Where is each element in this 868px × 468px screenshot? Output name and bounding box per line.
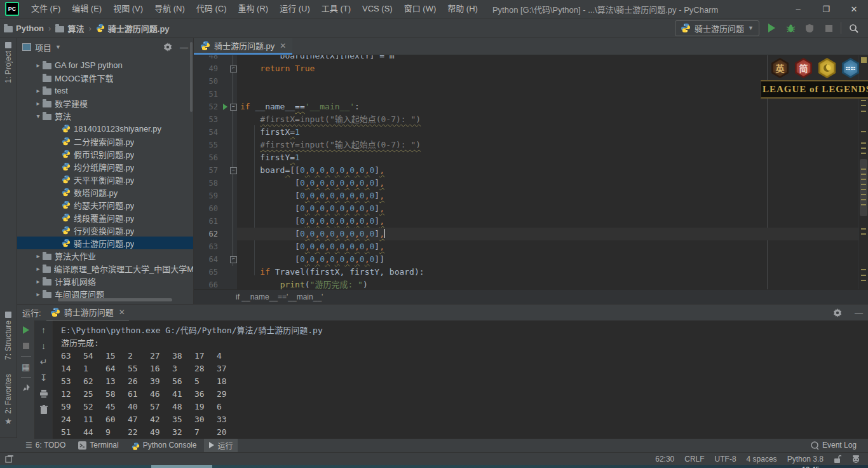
lock-icon[interactable] — [834, 455, 841, 464]
warning-stripe-mark[interactable] — [861, 179, 866, 180]
todo-tool-button[interactable]: ☰ 6: TODO — [20, 439, 71, 451]
fold-marker-icon[interactable]: ⌐ — [230, 256, 237, 263]
tree-item[interactable]: 1814010123shiyaner.py — [17, 122, 193, 135]
menu-视图[interactable]: 视图 (V) — [107, 0, 149, 18]
fold-marker-icon[interactable]: ⌐ — [230, 65, 237, 72]
gear-icon[interactable] — [163, 43, 172, 52]
tree-item[interactable]: 数塔问题.py — [17, 186, 193, 198]
run-button[interactable] — [764, 21, 778, 35]
tree-item[interactable]: 均分纸牌问题.py — [17, 160, 193, 173]
breadcrumb-item[interactable]: Python — [16, 24, 44, 33]
menu-导航[interactable]: 导航 (N) — [149, 0, 191, 18]
code-line-51[interactable]: 51 — [194, 88, 859, 100]
restore-layout-button[interactable]: ▦ — [20, 361, 32, 373]
up-stacktrace-button[interactable]: ↑ — [38, 324, 50, 336]
code-line-59[interactable]: 59 [0,0,0,0,0,0,0,0], — [194, 189, 859, 202]
tree-item[interactable]: 行列变换问题.py — [17, 224, 193, 237]
code-line-53[interactable]: 53 #firstX=input("输入起始点(0-7): ") — [194, 113, 859, 126]
expand-arrow-icon[interactable]: ▸ — [34, 87, 43, 94]
cursor-position[interactable]: 62:30 — [655, 455, 674, 464]
python-console-tool-button[interactable]: Python Console — [126, 439, 202, 451]
code-text[interactable]: if __name__=='__main__': — [237, 100, 859, 113]
expand-arrow-icon[interactable]: ▸ — [34, 291, 43, 298]
run-configuration-select[interactable]: 骑士游历问题 ▼ — [675, 20, 759, 36]
code-text[interactable]: print("游历完成: ") — [237, 279, 859, 289]
tree-item[interactable]: 二分搜索问题.py — [17, 135, 193, 148]
code-text[interactable]: firstX=1 — [237, 126, 859, 139]
editor-tab[interactable]: 骑士游历问题.py ✕ — [194, 38, 292, 55]
terminal-tool-button[interactable]: Terminal — [73, 439, 123, 451]
down-stacktrace-button[interactable]: ↓ — [38, 340, 50, 352]
event-log-button[interactable]: Event Log — [811, 441, 868, 450]
warning-stripe-mark[interactable] — [861, 228, 866, 230]
code-line-64[interactable]: 64⌐ [0,0,0,0,0,0,0,0]] — [194, 253, 859, 266]
warning-stripe-mark[interactable] — [861, 169, 866, 170]
expand-arrow-icon[interactable]: ▸ — [34, 252, 43, 259]
pin-tab-button[interactable] — [20, 382, 32, 394]
code-line-54[interactable]: 54 firstX=1 — [194, 126, 859, 139]
coverage-button[interactable] — [803, 21, 817, 35]
code-text[interactable]: board=[[0,0,0,0,0,0,0,0], — [237, 164, 859, 177]
code-line-57[interactable]: 57− board=[[0,0,0,0,0,0,0,0], — [194, 164, 859, 177]
editor-breadcrumbs[interactable]: if __name__=='__main__' — [194, 289, 868, 304]
close-button[interactable]: ✕ — [840, 0, 868, 18]
menu-窗口[interactable]: 窗口 (W) — [398, 0, 442, 18]
inspections-hector-icon[interactable] — [851, 455, 860, 464]
file-encoding[interactable]: UTF-8 — [715, 455, 736, 464]
code-text[interactable]: [0,0,0,0,0,0,0,0], — [237, 177, 859, 189]
code-line-65[interactable]: 65 if Travel(firstX, firstY, board): — [194, 266, 859, 279]
soft-wrap-button[interactable]: ↵ — [38, 356, 50, 368]
tree-item[interactable]: MOOC课件下载 — [17, 71, 193, 84]
indent-setting[interactable]: 4 spaces — [747, 455, 777, 464]
tree-horizontal-scrollbar[interactable] — [58, 298, 172, 301]
warning-stripe-mark[interactable] — [861, 131, 866, 132]
menu-VCS[interactable]: VCS (S) — [356, 0, 398, 18]
fold-marker-icon[interactable]: − — [230, 167, 237, 174]
tree-item[interactable]: ▸算法大作业 — [17, 249, 193, 262]
search-everywhere-button[interactable] — [846, 21, 860, 35]
hide-panel-button[interactable]: — — [180, 43, 188, 52]
code-line-63[interactable]: 63 [0,0,0,0,0,0,0,0], — [194, 240, 859, 253]
gear-icon[interactable] — [833, 308, 842, 317]
warning-stripe-mark[interactable] — [861, 184, 866, 185]
run-console-output[interactable]: E:\Python\python.exe G:/代码/Python/算法/骑士游… — [53, 320, 868, 439]
code-line-55[interactable]: 55 #firstY=input("输入起始点(0-7): ") — [194, 139, 859, 151]
warning-stripe-mark[interactable] — [861, 204, 866, 205]
clear-all-button[interactable] — [38, 404, 50, 415]
menu-帮助[interactable]: 帮助 (H) — [442, 0, 484, 18]
tree-item[interactable]: ▾算法 — [17, 109, 193, 122]
close-tab-icon[interactable]: ✕ — [280, 41, 286, 50]
warning-stripe-mark[interactable] — [861, 174, 866, 175]
chevron-down-icon[interactable]: ▼ — [55, 44, 61, 50]
code-text[interactable]: #firstX=input("输入起始点(0-7): ") — [237, 113, 859, 126]
warning-stripe-mark[interactable] — [861, 111, 866, 112]
menu-代码[interactable]: 代码 (C) — [191, 0, 233, 18]
rerun-button[interactable] — [20, 324, 32, 336]
warning-stripe-mark[interactable] — [861, 142, 866, 144]
tree-item[interactable]: 线段覆盖问题.py — [17, 211, 193, 224]
warning-stripe-mark[interactable] — [861, 189, 866, 190]
code-line-61[interactable]: 61 [0,0,0,0,0,0,0,0], — [194, 215, 859, 228]
hide-panel-button[interactable]: — — [855, 308, 863, 317]
warning-stripe-mark[interactable] — [861, 148, 866, 149]
ime-keyboard-button[interactable] — [841, 58, 860, 78]
menu-文件[interactable]: 文件 (F) — [25, 0, 66, 18]
menu-工具[interactable]: 工具 (T) — [316, 0, 356, 18]
tree-vertical-scrollbar[interactable] — [190, 42, 193, 112]
tree-item-selected[interactable]: 骑士游历问题.py — [17, 237, 193, 249]
editor-scrollbar-thumb[interactable] — [860, 159, 867, 216]
print-button[interactable] — [38, 388, 50, 399]
expand-arrow-icon[interactable]: ▾ — [34, 113, 43, 120]
expand-arrow-icon[interactable]: ▸ — [34, 62, 43, 69]
tree-item[interactable]: 约瑟夫环问题.py — [17, 198, 193, 211]
line-separator[interactable]: CRLF — [684, 455, 704, 464]
warning-stripe-mark[interactable] — [861, 280, 866, 281]
warning-stripe-mark[interactable] — [861, 153, 866, 154]
tree-item[interactable]: ▸数学建模 — [17, 97, 193, 109]
code-line-52[interactable]: 52−if __name__=='__main__': — [194, 100, 859, 113]
stop-button[interactable] — [20, 340, 32, 352]
code-line-48[interactable]: 48 board[nextX][nextY] = m — [194, 55, 859, 62]
ime-fullhalf-button[interactable] — [818, 58, 837, 78]
code-line-60[interactable]: 60 [0,0,0,0,0,0,0,0], — [194, 202, 859, 215]
breadcrumb-item[interactable]: 算法 — [67, 22, 84, 34]
